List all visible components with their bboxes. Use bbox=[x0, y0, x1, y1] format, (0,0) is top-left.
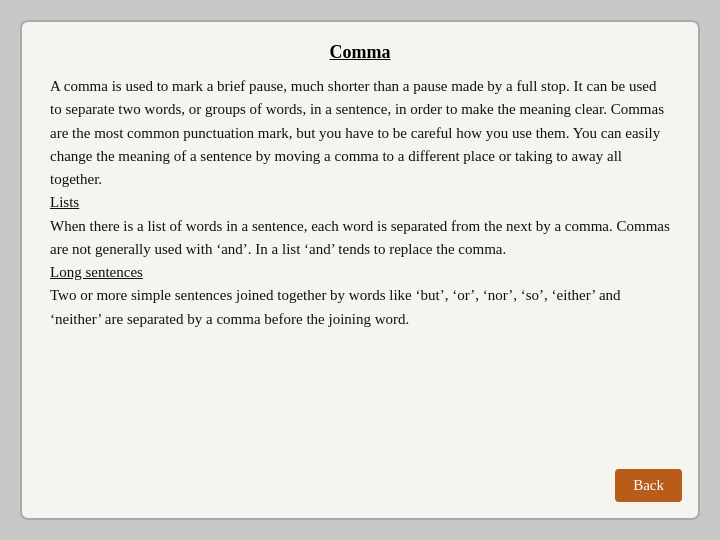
long-sentences-heading: Long sentences bbox=[50, 261, 670, 284]
lists-heading: Lists bbox=[50, 191, 670, 214]
content-card: Comma A comma is used to mark a brief pa… bbox=[20, 20, 700, 520]
page-title: Comma bbox=[50, 42, 670, 63]
back-button[interactable]: Back bbox=[615, 469, 682, 502]
content-body: A comma is used to mark a brief pause, m… bbox=[50, 75, 670, 331]
paragraph-comma: A comma is used to mark a brief pause, m… bbox=[50, 75, 670, 191]
paragraph-lists: When there is a list of words in a sente… bbox=[50, 215, 670, 262]
paragraph-long-sentences: Two or more simple sentences joined toge… bbox=[50, 284, 670, 331]
